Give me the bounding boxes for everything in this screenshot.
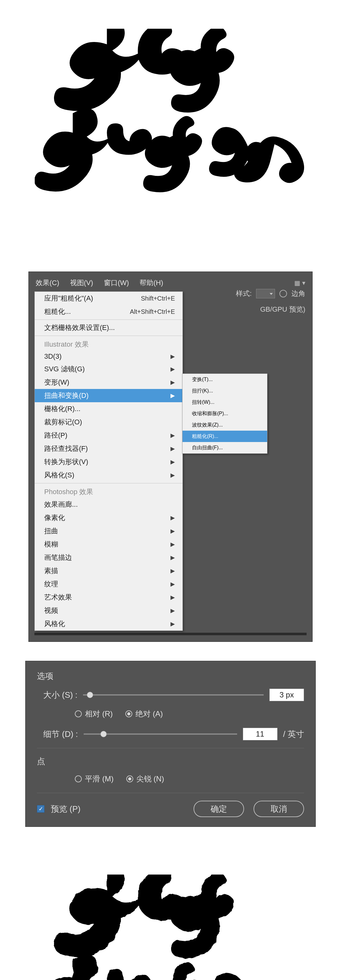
menu-pathfinder[interactable]: 路径查找器(F)▶ [35,442,183,455]
menu-distort-ps[interactable]: 扭曲▶ [35,524,183,538]
menu-crop-marks[interactable]: 裁剪标记(O) [35,415,183,429]
ok-button[interactable]: 确定 [194,801,244,817]
size-slider[interactable] [83,694,264,695]
menu-sketch[interactable]: 素描▶ [35,564,183,578]
preview-label: 预览 (P) [51,803,81,815]
points-group-label: 点 [37,756,304,767]
detail-field[interactable]: 11 [243,728,277,740]
size-absolute-radio[interactable]: 绝对 (A) [125,709,163,719]
artwork-svg [35,29,306,231]
submenu-free-distort[interactable]: 自由扭曲(F)... [183,442,267,453]
submenu-zigzag[interactable]: 波纹效果(Z)... [183,419,267,431]
typography-artwork-before [13,19,328,240]
menu-header-photoshop: Photoshop 效果 [35,485,183,498]
menu-stylize-ai[interactable]: 风格化(S)▶ [35,469,183,482]
preview-checkbox[interactable]: ✓ [37,805,45,813]
size-relative-radio[interactable]: 相对 (R) [75,709,113,719]
menubar-window[interactable]: 窗口(W) [104,278,129,288]
points-smooth-radio[interactable]: 平滑 (M) [75,774,114,784]
menu-rasterize[interactable]: 栅格化(R)... [35,402,183,415]
menu-artistic[interactable]: 艺术效果▶ [35,591,183,604]
submenu-roughen[interactable]: 粗糙化(R)... [183,431,267,442]
submenu-transform[interactable]: 变换(T)... [183,374,267,385]
menu-blur[interactable]: 模糊▶ [35,538,183,551]
detail-label: 细节 (D) : [43,729,78,740]
menu-stylize-ps[interactable]: 风格化▶ [35,617,183,630]
submenu-pucker-bloat[interactable]: 收缩和膨胀(P)... [183,408,267,419]
menubar-effects[interactable]: 效果(C) [36,278,59,288]
distort-transform-submenu: 变换(T)... 扭拧(K)... 扭转(W)... 收缩和膨胀(P)... 波… [182,374,268,454]
menu-header-illustrator: Illustrator 效果 [35,337,183,350]
menu-path[interactable]: 路径(P)▶ [35,429,183,442]
menubar-tool-icons: ▦ ▾ [294,279,305,287]
detail-slider[interactable] [84,733,237,735]
menu-doc-raster-settings[interactable]: 文档栅格效果设置(E)... [35,321,183,334]
size-label: 大小 (S) : [43,689,77,701]
menu-effect-gallery[interactable]: 效果画廊... [35,498,183,511]
menu-brush-strokes[interactable]: 画笔描边▶ [35,551,183,564]
menubar-view[interactable]: 视图(V) [70,278,93,288]
menu-convert-shape[interactable]: 转换为形状(V)▶ [35,455,183,469]
cancel-button[interactable]: 取消 [253,801,304,817]
detail-unit: / 英寸 [283,729,304,740]
artwork-svg-roughened [35,875,306,980]
submenu-twist[interactable]: 扭转(W)... [183,396,267,408]
submenu-tweak[interactable]: 扭拧(K)... [183,385,267,396]
menubar-help[interactable]: 帮助(H) [140,278,163,288]
menu-video[interactable]: 视频▶ [35,604,183,617]
menu-apply-last[interactable]: 应用"粗糙化"(A) Shift+Ctrl+E [35,292,183,305]
points-sharp-radio[interactable]: 尖锐 (N) [126,774,164,784]
typography-artwork-after [13,865,328,980]
menu-pixelate[interactable]: 像素化▶ [35,511,183,524]
options-group-label: 选项 [37,671,304,682]
menu-3d[interactable]: 3D(3)▶ [35,350,183,363]
effects-dropdown: 应用"粗糙化"(A) Shift+Ctrl+E 粗糙化... Alt+Shift… [34,291,183,631]
size-field[interactable]: 3 px [269,689,304,701]
menu-roughen[interactable]: 粗糙化... Alt+Shift+Ctrl+E [35,305,183,318]
roughen-dialog: 选项 大小 (S) : 3 px 相对 (R) 绝对 (A) 细节 (D) : … [25,661,316,827]
menu-svg-filters[interactable]: SVG 滤镜(G)▶ [35,363,183,376]
effects-menu-panel: 效果(C) 视图(V) 窗口(W) 帮助(H) ▦ ▾ 样式: 边角 GB/GP… [29,272,312,642]
menu-texture[interactable]: 纹理▶ [35,578,183,591]
menu-warp[interactable]: 变形(W)▶ [35,376,183,389]
menu-distort-transform[interactable]: 扭曲和变换(D)▶ [35,389,183,402]
